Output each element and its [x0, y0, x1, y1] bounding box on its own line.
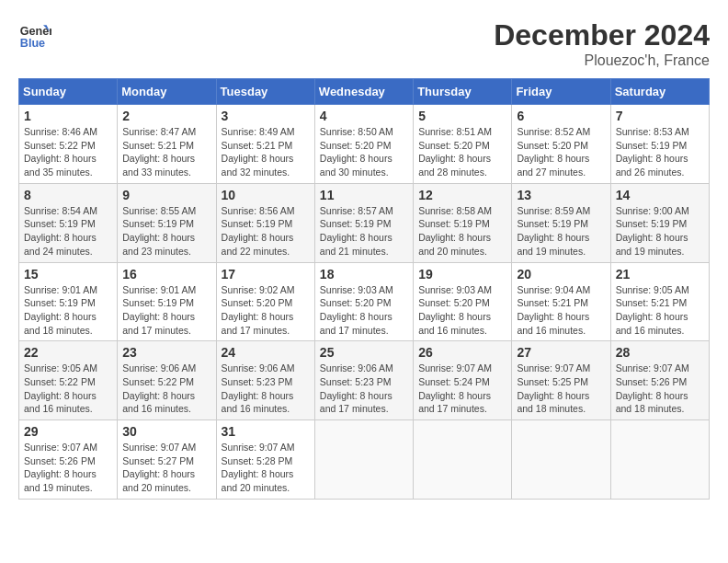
day-info: Sunrise: 8:54 AMSunset: 5:19 PMDaylight:… — [24, 204, 112, 259]
calendar-cell: 24Sunrise: 9:06 AMSunset: 5:23 PMDayligh… — [216, 341, 314, 420]
day-info: Sunrise: 8:49 AMSunset: 5:21 PMDaylight:… — [222, 125, 310, 179]
day-number: 25 — [320, 345, 408, 360]
calendar-week-row: 1Sunrise: 8:46 AMSunset: 5:22 PMDaylight… — [19, 105, 710, 184]
calendar-cell: 21Sunrise: 9:05 AMSunset: 5:21 PMDayligh… — [610, 262, 709, 341]
calendar-cell — [512, 420, 610, 500]
calendar-week-row: 8Sunrise: 8:54 AMSunset: 5:19 PMDaylight… — [19, 183, 710, 262]
calendar-cell: 25Sunrise: 9:06 AMSunset: 5:23 PMDayligh… — [314, 341, 413, 420]
header-day: Wednesday — [314, 79, 413, 105]
calendar-cell: 7Sunrise: 8:53 AMSunset: 5:19 PMDaylight… — [610, 105, 709, 184]
day-number: 7 — [616, 109, 704, 123]
day-number: 21 — [616, 267, 704, 282]
day-number: 9 — [122, 188, 210, 202]
day-number: 5 — [418, 109, 506, 123]
day-number: 23 — [122, 345, 210, 360]
header-day: Monday — [118, 79, 216, 105]
calendar-cell: 18Sunrise: 9:03 AMSunset: 5:20 PMDayligh… — [314, 262, 413, 341]
day-number: 31 — [222, 424, 310, 439]
day-info: Sunrise: 8:52 AMSunset: 5:20 PMDaylight:… — [517, 125, 605, 179]
day-number: 13 — [517, 188, 605, 202]
location: Plouezoc'h, France — [494, 52, 710, 69]
calendar-cell: 28Sunrise: 9:07 AMSunset: 5:26 PMDayligh… — [610, 341, 709, 420]
calendar-cell: 10Sunrise: 8:56 AMSunset: 5:19 PMDayligh… — [216, 183, 314, 262]
day-info: Sunrise: 9:07 AMSunset: 5:26 PMDaylight:… — [616, 362, 704, 416]
day-info: Sunrise: 9:03 AMSunset: 5:20 PMDaylight:… — [320, 283, 408, 338]
calendar-cell: 1Sunrise: 8:46 AMSunset: 5:22 PMDaylight… — [19, 105, 118, 184]
day-info: Sunrise: 9:03 AMSunset: 5:20 PMDaylight:… — [418, 283, 506, 338]
calendar-header: SundayMondayTuesdayWednesdayThursdayFrid… — [19, 79, 710, 105]
day-number: 6 — [517, 109, 605, 123]
day-number: 28 — [616, 345, 704, 360]
day-number: 15 — [24, 267, 112, 282]
header: General Blue December 2024 Plouezoc'h, F… — [18, 18, 710, 69]
day-number: 24 — [222, 345, 310, 360]
day-number: 26 — [418, 345, 506, 360]
day-number: 8 — [24, 188, 112, 202]
month-title: December 2024 — [494, 18, 710, 52]
day-info: Sunrise: 8:50 AMSunset: 5:20 PMDaylight:… — [320, 125, 408, 179]
day-info: Sunrise: 9:07 AMSunset: 5:26 PMDaylight:… — [24, 441, 112, 495]
day-info: Sunrise: 8:56 AMSunset: 5:19 PMDaylight:… — [222, 204, 310, 259]
day-number: 2 — [122, 109, 210, 123]
calendar-cell: 4Sunrise: 8:50 AMSunset: 5:20 PMDaylight… — [314, 105, 413, 184]
calendar-cell: 23Sunrise: 9:06 AMSunset: 5:22 PMDayligh… — [118, 341, 216, 420]
day-info: Sunrise: 9:06 AMSunset: 5:23 PMDaylight:… — [320, 362, 408, 416]
logo: General Blue — [18, 18, 51, 52]
day-info: Sunrise: 9:07 AMSunset: 5:25 PMDaylight:… — [517, 362, 605, 416]
day-number: 16 — [122, 267, 210, 282]
calendar-cell: 9Sunrise: 8:55 AMSunset: 5:19 PMDaylight… — [118, 183, 216, 262]
day-info: Sunrise: 9:04 AMSunset: 5:21 PMDaylight:… — [517, 283, 605, 338]
day-number: 22 — [24, 345, 112, 360]
calendar-week-row: 15Sunrise: 9:01 AMSunset: 5:19 PMDayligh… — [19, 262, 710, 341]
calendar-cell: 31Sunrise: 9:07 AMSunset: 5:28 PMDayligh… — [216, 420, 314, 500]
day-info: Sunrise: 9:01 AMSunset: 5:19 PMDaylight:… — [24, 283, 112, 338]
calendar-cell — [414, 420, 512, 500]
day-info: Sunrise: 8:47 AMSunset: 5:21 PMDaylight:… — [122, 125, 210, 179]
calendar-cell — [610, 420, 709, 500]
calendar-cell: 5Sunrise: 8:51 AMSunset: 5:20 PMDaylight… — [414, 105, 512, 184]
day-number: 20 — [517, 267, 605, 282]
day-number: 1 — [24, 109, 112, 123]
calendar-cell: 30Sunrise: 9:07 AMSunset: 5:27 PMDayligh… — [118, 420, 216, 500]
day-number: 19 — [418, 267, 506, 282]
day-number: 29 — [24, 424, 112, 439]
day-info: Sunrise: 9:02 AMSunset: 5:20 PMDaylight:… — [222, 283, 310, 338]
header-day: Sunday — [19, 79, 118, 105]
header-day: Thursday — [414, 79, 512, 105]
day-info: Sunrise: 8:46 AMSunset: 5:22 PMDaylight:… — [24, 125, 112, 179]
header-day: Tuesday — [216, 79, 314, 105]
day-info: Sunrise: 9:01 AMSunset: 5:19 PMDaylight:… — [122, 283, 210, 338]
day-info: Sunrise: 9:07 AMSunset: 5:24 PMDaylight:… — [418, 362, 506, 416]
day-info: Sunrise: 8:55 AMSunset: 5:19 PMDaylight:… — [122, 204, 210, 259]
calendar-table: SundayMondayTuesdayWednesdayThursdayFrid… — [18, 78, 710, 500]
day-info: Sunrise: 8:59 AMSunset: 5:19 PMDaylight:… — [517, 204, 605, 259]
day-number: 17 — [222, 267, 310, 282]
day-info: Sunrise: 9:07 AMSunset: 5:27 PMDaylight:… — [122, 441, 210, 495]
day-number: 10 — [222, 188, 310, 202]
calendar-cell: 14Sunrise: 9:00 AMSunset: 5:19 PMDayligh… — [610, 183, 709, 262]
header-day: Friday — [512, 79, 610, 105]
calendar-week-row: 22Sunrise: 9:05 AMSunset: 5:22 PMDayligh… — [19, 341, 710, 420]
calendar-cell: 6Sunrise: 8:52 AMSunset: 5:20 PMDaylight… — [512, 105, 610, 184]
calendar-week-row: 29Sunrise: 9:07 AMSunset: 5:26 PMDayligh… — [19, 420, 710, 500]
day-number: 12 — [418, 188, 506, 202]
day-info: Sunrise: 8:53 AMSunset: 5:19 PMDaylight:… — [616, 125, 704, 179]
calendar-cell: 3Sunrise: 8:49 AMSunset: 5:21 PMDaylight… — [216, 105, 314, 184]
calendar-cell: 11Sunrise: 8:57 AMSunset: 5:19 PMDayligh… — [314, 183, 413, 262]
day-number: 4 — [320, 109, 408, 123]
calendar-cell — [314, 420, 413, 500]
day-info: Sunrise: 8:57 AMSunset: 5:19 PMDaylight:… — [320, 204, 408, 259]
calendar-cell: 16Sunrise: 9:01 AMSunset: 5:19 PMDayligh… — [118, 262, 216, 341]
day-info: Sunrise: 8:51 AMSunset: 5:20 PMDaylight:… — [418, 125, 506, 179]
day-number: 27 — [517, 345, 605, 360]
day-info: Sunrise: 9:05 AMSunset: 5:22 PMDaylight:… — [24, 362, 112, 416]
calendar-cell: 26Sunrise: 9:07 AMSunset: 5:24 PMDayligh… — [414, 341, 512, 420]
day-info: Sunrise: 9:06 AMSunset: 5:22 PMDaylight:… — [122, 362, 210, 416]
day-number: 11 — [320, 188, 408, 202]
calendar-cell: 17Sunrise: 9:02 AMSunset: 5:20 PMDayligh… — [216, 262, 314, 341]
header-day: Saturday — [610, 79, 709, 105]
calendar-cell: 12Sunrise: 8:58 AMSunset: 5:19 PMDayligh… — [414, 183, 512, 262]
calendar-body: 1Sunrise: 8:46 AMSunset: 5:22 PMDaylight… — [19, 105, 710, 500]
day-number: 30 — [122, 424, 210, 439]
calendar-cell: 19Sunrise: 9:03 AMSunset: 5:20 PMDayligh… — [414, 262, 512, 341]
